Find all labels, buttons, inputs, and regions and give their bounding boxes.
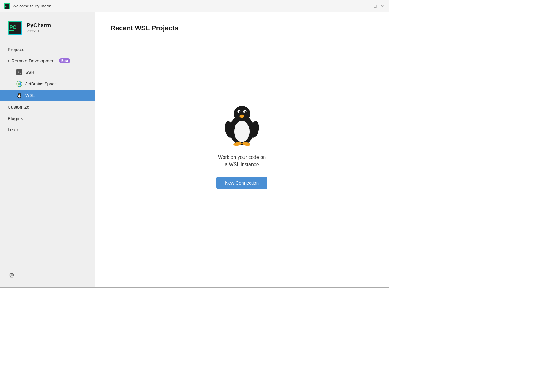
chevron-down-icon: ▾ <box>8 59 9 63</box>
new-connection-button[interactable]: New Connection <box>216 177 267 189</box>
jetbrains-space-label: JetBrains Space <box>25 81 57 86</box>
titlebar: PC Welcome to PyCharm − □ ✕ <box>0 0 389 12</box>
logo-text: PyCharm 2022.3 <box>27 22 51 33</box>
app-version: 2022.3 <box>27 29 51 33</box>
svg-point-18 <box>11 274 13 276</box>
svg-point-16 <box>20 93 20 94</box>
svg-point-17 <box>19 94 20 95</box>
sidebar-nav: Projects ▾ Remote Development Beta SSH <box>0 44 95 266</box>
svg-point-26 <box>239 111 239 111</box>
sidebar-item-wsl[interactable]: WSL <box>0 90 95 101</box>
window-controls: − □ ✕ <box>365 4 385 9</box>
jetbrains-space-icon <box>16 81 22 87</box>
main-layout: PC PyCharm 2022.3 Projects ▾ Remote Deve… <box>0 12 389 287</box>
wsl-message-line1: Work on your code on <box>218 155 266 160</box>
sidebar-item-customize[interactable]: Customize <box>0 101 95 113</box>
ssh-label: SSH <box>25 70 34 75</box>
wsl-icon <box>16 92 22 99</box>
svg-text:PC: PC <box>5 5 9 8</box>
sidebar-item-jetbrains-space[interactable]: JetBrains Space <box>0 78 95 90</box>
wsl-empty-state: Work on your code on a WSL instance New … <box>111 41 373 275</box>
sidebar-item-ssh[interactable]: SSH <box>0 66 95 78</box>
sidebar: PC PyCharm 2022.3 Projects ▾ Remote Deve… <box>0 12 95 287</box>
svg-point-12 <box>18 93 21 95</box>
logo-area: PC PyCharm 2022.3 <box>0 12 95 44</box>
sidebar-item-learn[interactable]: Learn <box>0 124 95 135</box>
ssh-icon <box>16 69 22 75</box>
svg-text:PC: PC <box>9 25 17 30</box>
remote-development-label: Remote Development <box>11 58 56 63</box>
minimize-button[interactable]: − <box>365 4 370 9</box>
wsl-message-line2: a WSL instance <box>225 162 259 167</box>
tux-penguin-illustration <box>222 103 262 146</box>
svg-rect-9 <box>20 73 21 74</box>
svg-point-28 <box>239 114 244 118</box>
app-name: PyCharm <box>27 22 51 29</box>
svg-point-15 <box>19 93 19 94</box>
svg-point-21 <box>234 106 250 121</box>
pycharm-titlebar-icon: PC <box>4 3 10 9</box>
settings-button[interactable] <box>8 271 16 279</box>
wsl-description: Work on your code on a WSL instance <box>218 154 266 168</box>
page-title: Recent WSL Projects <box>111 24 373 32</box>
learn-label: Learn <box>8 127 19 132</box>
svg-point-20 <box>234 121 250 142</box>
svg-point-27 <box>244 111 245 111</box>
window-title: Welcome to PyCharm <box>13 4 365 8</box>
main-content: Recent WSL Projects <box>95 12 389 287</box>
beta-badge: Beta <box>59 58 70 63</box>
sidebar-item-projects[interactable]: Projects <box>0 44 95 55</box>
maximize-button[interactable]: □ <box>373 4 378 9</box>
plugins-label: Plugins <box>8 116 23 121</box>
svg-rect-6 <box>9 30 14 31</box>
pycharm-logo: PC <box>8 21 22 35</box>
projects-label: Projects <box>8 47 24 52</box>
close-button[interactable]: ✕ <box>380 4 385 9</box>
gear-icon <box>9 272 15 278</box>
svg-point-14 <box>18 95 21 98</box>
sidebar-footer <box>0 266 95 284</box>
sidebar-item-plugins[interactable]: Plugins <box>0 113 95 124</box>
sidebar-item-remote-development[interactable]: ▾ Remote Development Beta <box>0 55 95 66</box>
customize-label: Customize <box>8 104 29 110</box>
svg-point-11 <box>18 83 21 85</box>
wsl-label: WSL <box>25 93 35 98</box>
